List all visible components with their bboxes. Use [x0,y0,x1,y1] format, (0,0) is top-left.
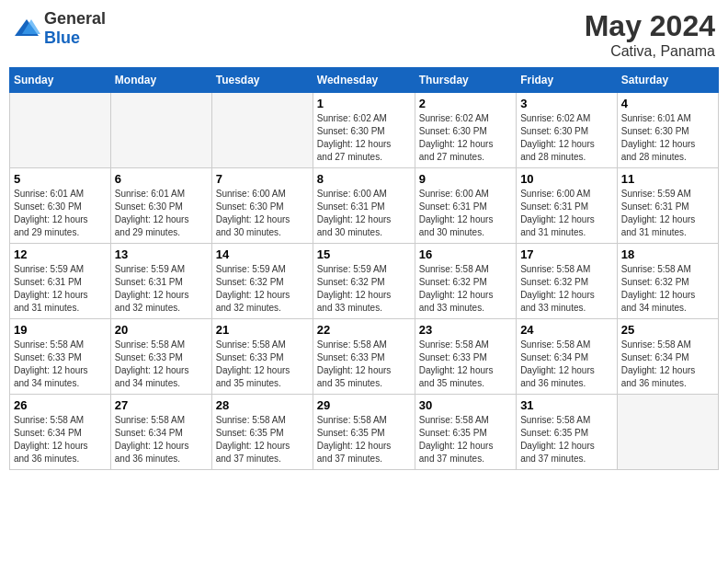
day-info: Sunrise: 6:00 AMSunset: 6:31 PMDaylight:… [419,188,512,239]
calendar-cell: 4Sunrise: 6:01 AMSunset: 6:30 PMDaylight… [617,93,718,168]
calendar-cell: 30Sunrise: 5:58 AMSunset: 6:35 PMDayligh… [415,395,516,470]
calendar-cell: 25Sunrise: 5:58 AMSunset: 6:34 PMDayligh… [617,319,718,395]
calendar-cell: 18Sunrise: 5:58 AMSunset: 6:32 PMDayligh… [617,244,718,319]
day-number: 18 [621,247,714,261]
day-info: Sunrise: 5:58 AMSunset: 6:34 PMDaylight:… [115,414,208,465]
calendar-cell: 22Sunrise: 5:58 AMSunset: 6:33 PMDayligh… [313,319,415,395]
calendar-cell: 31Sunrise: 5:58 AMSunset: 6:35 PMDayligh… [517,395,618,470]
day-info: Sunrise: 5:59 AMSunset: 6:31 PMDaylight:… [621,188,714,239]
day-number: 29 [317,398,411,412]
day-number: 30 [419,398,512,412]
calendar-cell: 6Sunrise: 6:01 AMSunset: 6:30 PMDaylight… [110,168,211,244]
weekday-header: Sunday [10,68,111,93]
day-info: Sunrise: 5:58 AMSunset: 6:32 PMDaylight:… [419,263,512,315]
calendar-cell: 15Sunrise: 5:59 AMSunset: 6:32 PMDayligh… [313,244,415,319]
day-number: 21 [216,323,309,337]
day-info: Sunrise: 6:00 AMSunset: 6:31 PMDaylight:… [520,188,613,239]
day-info: Sunrise: 6:02 AMSunset: 6:30 PMDaylight:… [317,112,411,164]
day-info: Sunrise: 5:58 AMSunset: 6:34 PMDaylight:… [520,339,613,390]
calendar-cell: 7Sunrise: 6:00 AMSunset: 6:30 PMDaylight… [211,168,313,244]
day-number: 13 [115,247,208,261]
day-info: Sunrise: 5:58 AMSunset: 6:35 PMDaylight:… [520,414,613,465]
day-number: 20 [115,323,208,337]
calendar-table: SundayMondayTuesdayWednesdayThursdayFrid… [9,67,719,470]
day-info: Sunrise: 5:58 AMSunset: 6:33 PMDaylight:… [419,339,512,390]
calendar-cell: 16Sunrise: 5:58 AMSunset: 6:32 PMDayligh… [415,244,516,319]
day-info: Sunrise: 6:02 AMSunset: 6:30 PMDaylight:… [419,112,512,164]
day-info: Sunrise: 5:58 AMSunset: 6:35 PMDaylight:… [419,414,512,465]
page-header: General Blue May 2024 Cativa, Panama [9,9,719,60]
day-number: 27 [115,398,208,412]
calendar-cell: 19Sunrise: 5:58 AMSunset: 6:33 PMDayligh… [10,319,111,395]
calendar-cell: 20Sunrise: 5:58 AMSunset: 6:33 PMDayligh… [110,319,211,395]
calendar-cell: 29Sunrise: 5:58 AMSunset: 6:35 PMDayligh… [313,395,415,470]
calendar-cell: 3Sunrise: 6:02 AMSunset: 6:30 PMDaylight… [517,93,618,168]
day-info: Sunrise: 6:01 AMSunset: 6:30 PMDaylight:… [621,112,714,164]
logo-icon [13,17,40,40]
day-number: 6 [115,172,208,186]
weekday-header: Saturday [617,68,718,93]
day-info: Sunrise: 5:58 AMSunset: 6:35 PMDaylight:… [216,414,309,465]
day-number: 31 [520,398,613,412]
weekday-header: Thursday [415,68,516,93]
day-number: 25 [621,323,714,337]
day-info: Sunrise: 5:58 AMSunset: 6:32 PMDaylight:… [621,263,714,315]
logo-blue: Blue [44,29,80,47]
day-info: Sunrise: 5:59 AMSunset: 6:31 PMDaylight:… [14,263,107,315]
calendar-cell [110,93,211,168]
day-number: 15 [317,247,411,261]
day-info: Sunrise: 5:58 AMSunset: 6:33 PMDaylight:… [115,339,208,390]
calendar-cell: 14Sunrise: 5:59 AMSunset: 6:32 PMDayligh… [211,244,313,319]
day-info: Sunrise: 5:59 AMSunset: 6:32 PMDaylight:… [317,263,411,315]
calendar-cell: 10Sunrise: 6:00 AMSunset: 6:31 PMDayligh… [517,168,618,244]
day-number: 16 [419,247,512,261]
weekday-header: Tuesday [211,68,313,93]
day-number: 7 [216,172,309,186]
calendar-cell: 27Sunrise: 5:58 AMSunset: 6:34 PMDayligh… [110,395,211,470]
calendar-cell: 5Sunrise: 6:01 AMSunset: 6:30 PMDaylight… [10,168,111,244]
weekday-header: Friday [517,68,618,93]
day-number: 24 [520,323,613,337]
day-number: 17 [520,247,613,261]
day-info: Sunrise: 5:58 AMSunset: 6:34 PMDaylight:… [621,339,714,390]
day-info: Sunrise: 5:58 AMSunset: 6:32 PMDaylight:… [520,263,613,315]
logo-general: General [44,9,106,28]
day-info: Sunrise: 5:58 AMSunset: 6:33 PMDaylight:… [14,339,107,390]
calendar-cell: 11Sunrise: 5:59 AMSunset: 6:31 PMDayligh… [617,168,718,244]
day-info: Sunrise: 5:59 AMSunset: 6:31 PMDaylight:… [115,263,208,315]
calendar-cell: 2Sunrise: 6:02 AMSunset: 6:30 PMDaylight… [415,93,516,168]
day-info: Sunrise: 5:58 AMSunset: 6:35 PMDaylight:… [317,414,411,465]
day-number: 22 [317,323,411,337]
calendar-cell: 28Sunrise: 5:58 AMSunset: 6:35 PMDayligh… [211,395,313,470]
calendar-cell: 13Sunrise: 5:59 AMSunset: 6:31 PMDayligh… [110,244,211,319]
calendar-cell: 23Sunrise: 5:58 AMSunset: 6:33 PMDayligh… [415,319,516,395]
day-info: Sunrise: 6:02 AMSunset: 6:30 PMDaylight:… [520,112,613,164]
day-info: Sunrise: 6:00 AMSunset: 6:31 PMDaylight:… [317,188,411,239]
calendar-cell: 21Sunrise: 5:58 AMSunset: 6:33 PMDayligh… [211,319,313,395]
day-number: 23 [419,323,512,337]
calendar-cell [10,93,111,168]
calendar-cell [617,395,718,470]
weekday-header: Wednesday [313,68,415,93]
calendar-cell: 24Sunrise: 5:58 AMSunset: 6:34 PMDayligh… [517,319,618,395]
day-number: 11 [621,172,714,186]
calendar-cell: 9Sunrise: 6:00 AMSunset: 6:31 PMDaylight… [415,168,516,244]
month-title: May 2024 [585,9,715,43]
logo: General Blue [13,9,106,48]
calendar-cell: 1Sunrise: 6:02 AMSunset: 6:30 PMDaylight… [313,93,415,168]
day-info: Sunrise: 6:01 AMSunset: 6:30 PMDaylight:… [14,188,107,239]
day-number: 5 [14,172,107,186]
title-block: May 2024 Cativa, Panama [585,9,715,60]
day-info: Sunrise: 5:58 AMSunset: 6:34 PMDaylight:… [14,414,107,465]
day-number: 19 [14,323,107,337]
weekday-header: Monday [110,68,211,93]
calendar-cell: 12Sunrise: 5:59 AMSunset: 6:31 PMDayligh… [10,244,111,319]
day-number: 4 [621,97,714,110]
day-number: 14 [216,247,309,261]
day-number: 3 [520,97,613,110]
day-number: 12 [14,247,107,261]
day-number: 8 [317,172,411,186]
day-number: 10 [520,172,613,186]
day-number: 2 [419,97,512,110]
calendar-cell: 26Sunrise: 5:58 AMSunset: 6:34 PMDayligh… [10,395,111,470]
